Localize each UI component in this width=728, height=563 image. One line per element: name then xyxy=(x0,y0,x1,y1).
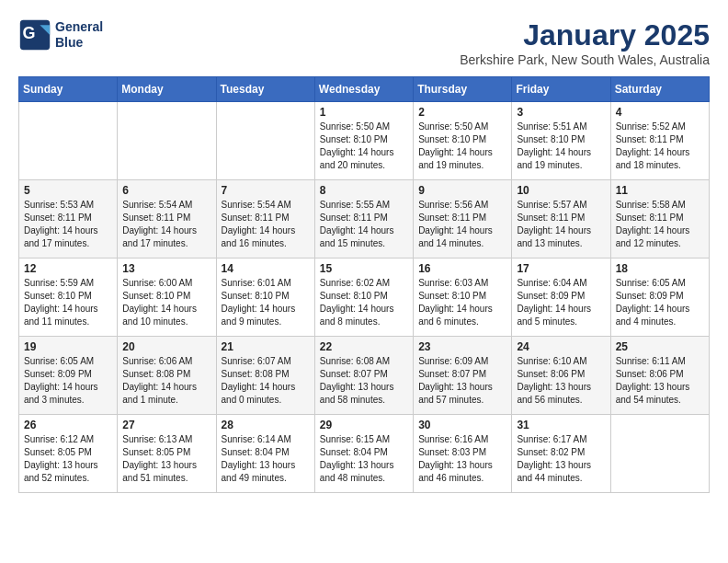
calendar-cell: 21Sunrise: 6:07 AMSunset: 8:08 PMDayligh… xyxy=(216,337,314,415)
weekday-header-monday: Monday xyxy=(118,77,216,102)
calendar-table: SundayMondayTuesdayWednesdayThursdayFrid… xyxy=(18,76,710,493)
day-info: Sunrise: 6:03 AMSunset: 8:10 PMDaylight:… xyxy=(418,277,506,328)
day-info: Sunrise: 6:13 AMSunset: 8:05 PMDaylight:… xyxy=(122,433,210,485)
calendar-cell: 28Sunrise: 6:14 AMSunset: 8:04 PMDayligh… xyxy=(216,415,314,493)
day-info: Sunrise: 5:56 AMSunset: 8:11 PMDaylight:… xyxy=(418,199,506,250)
calendar-cell: 19Sunrise: 6:05 AMSunset: 8:09 PMDayligh… xyxy=(19,337,118,415)
day-info: Sunrise: 5:54 AMSunset: 8:11 PMDaylight:… xyxy=(222,199,310,250)
day-info: Sunrise: 6:10 AMSunset: 8:06 PMDaylight:… xyxy=(517,355,605,407)
day-number: 28 xyxy=(222,419,310,431)
day-info: Sunrise: 6:08 AMSunset: 8:07 PMDaylight:… xyxy=(320,355,408,407)
day-info: Sunrise: 6:05 AMSunset: 8:09 PMDaylight:… xyxy=(616,277,704,328)
calendar-cell: 9Sunrise: 5:56 AMSunset: 8:11 PMDaylight… xyxy=(414,180,512,259)
day-info: Sunrise: 6:06 AMSunset: 8:08 PMDaylight:… xyxy=(122,355,210,407)
day-number: 11 xyxy=(616,184,704,197)
day-number: 14 xyxy=(222,262,310,275)
calendar-cell: 10Sunrise: 5:57 AMSunset: 8:11 PMDayligh… xyxy=(512,180,610,259)
calendar-cell: 3Sunrise: 5:51 AMSunset: 8:10 PMDaylight… xyxy=(512,102,610,180)
calendar-cell: 12Sunrise: 5:59 AMSunset: 8:10 PMDayligh… xyxy=(19,259,118,337)
calendar-cell: 7Sunrise: 5:54 AMSunset: 8:11 PMDaylight… xyxy=(216,180,314,259)
calendar-cell: 30Sunrise: 6:16 AMSunset: 8:03 PMDayligh… xyxy=(414,415,512,493)
calendar-cell: 6Sunrise: 5:54 AMSunset: 8:11 PMDaylight… xyxy=(118,180,216,259)
calendar-cell: 2Sunrise: 5:50 AMSunset: 8:10 PMDaylight… xyxy=(414,102,512,180)
day-info: Sunrise: 6:00 AMSunset: 8:10 PMDaylight:… xyxy=(122,277,210,328)
day-info: Sunrise: 5:53 AMSunset: 8:11 PMDaylight:… xyxy=(24,199,112,250)
day-number: 10 xyxy=(517,184,605,197)
day-number: 25 xyxy=(616,340,704,353)
weekday-header-sunday: Sunday xyxy=(19,77,118,102)
calendar-cell: 13Sunrise: 6:00 AMSunset: 8:10 PMDayligh… xyxy=(118,259,216,337)
day-info: Sunrise: 6:02 AMSunset: 8:10 PMDaylight:… xyxy=(320,277,408,328)
day-info: Sunrise: 5:59 AMSunset: 8:10 PMDaylight:… xyxy=(24,277,112,328)
day-number: 5 xyxy=(24,184,112,197)
calendar-cell: 8Sunrise: 5:55 AMSunset: 8:11 PMDaylight… xyxy=(314,180,413,259)
month-title: January 2025 xyxy=(460,18,710,52)
day-info: Sunrise: 6:09 AMSunset: 8:07 PMDaylight:… xyxy=(418,355,506,407)
weekday-header-friday: Friday xyxy=(512,77,610,102)
week-row-2: 5Sunrise: 5:53 AMSunset: 8:11 PMDaylight… xyxy=(19,180,710,259)
day-number: 30 xyxy=(418,419,506,431)
calendar-cell xyxy=(19,102,118,180)
day-info: Sunrise: 5:50 AMSunset: 8:10 PMDaylight:… xyxy=(320,121,408,172)
day-info: Sunrise: 6:05 AMSunset: 8:09 PMDaylight:… xyxy=(24,355,112,407)
day-info: Sunrise: 5:58 AMSunset: 8:11 PMDaylight:… xyxy=(616,199,704,250)
day-info: Sunrise: 6:11 AMSunset: 8:06 PMDaylight:… xyxy=(616,355,704,407)
day-number: 20 xyxy=(122,340,210,353)
day-info: Sunrise: 6:17 AMSunset: 8:02 PMDaylight:… xyxy=(517,433,605,485)
logo: G General Blue xyxy=(18,18,103,52)
day-info: Sunrise: 6:01 AMSunset: 8:10 PMDaylight:… xyxy=(222,277,310,328)
day-info: Sunrise: 5:54 AMSunset: 8:11 PMDaylight:… xyxy=(122,199,210,250)
day-number: 2 xyxy=(418,106,506,119)
weekday-header-tuesday: Tuesday xyxy=(216,77,314,102)
day-info: Sunrise: 6:04 AMSunset: 8:09 PMDaylight:… xyxy=(517,277,605,328)
calendar-cell: 1Sunrise: 5:50 AMSunset: 8:10 PMDaylight… xyxy=(314,102,413,180)
week-row-5: 26Sunrise: 6:12 AMSunset: 8:05 PMDayligh… xyxy=(19,415,710,493)
page-header: G General Blue January 2025 Berkshire Pa… xyxy=(18,18,710,67)
day-number: 22 xyxy=(320,340,408,353)
calendar-cell: 15Sunrise: 6:02 AMSunset: 8:10 PMDayligh… xyxy=(314,259,413,337)
calendar-cell: 24Sunrise: 6:10 AMSunset: 8:06 PMDayligh… xyxy=(512,337,610,415)
day-number: 18 xyxy=(616,262,704,275)
day-number: 15 xyxy=(320,262,408,275)
calendar-cell xyxy=(610,415,709,493)
day-info: Sunrise: 5:57 AMSunset: 8:11 PMDaylight:… xyxy=(517,199,605,250)
day-number: 27 xyxy=(122,419,210,431)
calendar-cell: 23Sunrise: 6:09 AMSunset: 8:07 PMDayligh… xyxy=(414,337,512,415)
day-info: Sunrise: 6:12 AMSunset: 8:05 PMDaylight:… xyxy=(24,433,112,485)
week-row-1: 1Sunrise: 5:50 AMSunset: 8:10 PMDaylight… xyxy=(19,102,710,180)
logo-icon: G xyxy=(18,18,51,52)
day-number: 4 xyxy=(616,106,704,119)
weekday-header-saturday: Saturday xyxy=(610,77,709,102)
calendar-cell xyxy=(216,102,314,180)
day-number: 1 xyxy=(320,106,408,119)
day-number: 12 xyxy=(24,262,112,275)
day-info: Sunrise: 5:50 AMSunset: 8:10 PMDaylight:… xyxy=(418,121,506,172)
day-number: 16 xyxy=(418,262,506,275)
day-number: 3 xyxy=(517,106,605,119)
title-block: January 2025 Berkshire Park, New South W… xyxy=(460,18,710,67)
calendar-cell: 22Sunrise: 6:08 AMSunset: 8:07 PMDayligh… xyxy=(314,337,413,415)
day-info: Sunrise: 6:14 AMSunset: 8:04 PMDaylight:… xyxy=(222,433,310,485)
calendar-cell: 14Sunrise: 6:01 AMSunset: 8:10 PMDayligh… xyxy=(216,259,314,337)
calendar-cell: 27Sunrise: 6:13 AMSunset: 8:05 PMDayligh… xyxy=(118,415,216,493)
calendar-cell xyxy=(118,102,216,180)
day-info: Sunrise: 6:15 AMSunset: 8:04 PMDaylight:… xyxy=(320,433,408,485)
day-info: Sunrise: 5:55 AMSunset: 8:11 PMDaylight:… xyxy=(320,199,408,250)
calendar-cell: 16Sunrise: 6:03 AMSunset: 8:10 PMDayligh… xyxy=(414,259,512,337)
day-number: 26 xyxy=(24,419,112,431)
day-number: 6 xyxy=(122,184,210,197)
day-number: 21 xyxy=(222,340,310,353)
day-number: 29 xyxy=(320,419,408,431)
day-number: 24 xyxy=(517,340,605,353)
calendar-cell: 17Sunrise: 6:04 AMSunset: 8:09 PMDayligh… xyxy=(512,259,610,337)
day-info: Sunrise: 6:07 AMSunset: 8:08 PMDaylight:… xyxy=(222,355,310,407)
calendar-cell: 4Sunrise: 5:52 AMSunset: 8:11 PMDaylight… xyxy=(610,102,709,180)
day-number: 9 xyxy=(418,184,506,197)
day-number: 7 xyxy=(222,184,310,197)
week-row-3: 12Sunrise: 5:59 AMSunset: 8:10 PMDayligh… xyxy=(19,259,710,337)
weekday-header-wednesday: Wednesday xyxy=(314,77,413,102)
calendar-cell: 25Sunrise: 6:11 AMSunset: 8:06 PMDayligh… xyxy=(610,337,709,415)
day-number: 31 xyxy=(517,419,605,431)
weekday-header-thursday: Thursday xyxy=(414,77,512,102)
day-number: 13 xyxy=(122,262,210,275)
